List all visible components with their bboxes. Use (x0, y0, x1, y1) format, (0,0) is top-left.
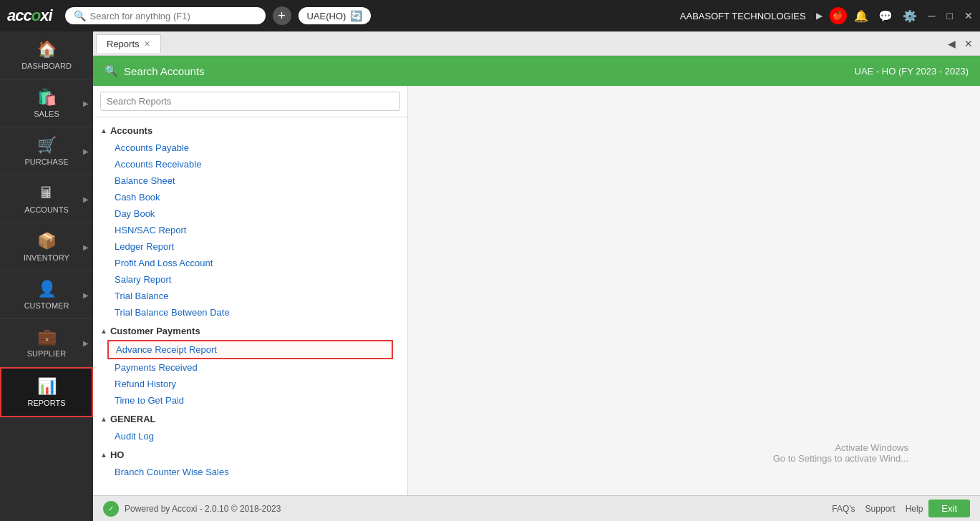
restore-button[interactable]: □ (947, 10, 953, 21)
sidebar-item-label: CUSTOMER (24, 301, 69, 310)
sidebar-item-label: REPORTS (28, 399, 66, 407)
caret-down-icon: ▲ (100, 451, 107, 459)
activate-line2: Go to Settings to activate Wind... (773, 453, 908, 464)
activate-line1: Activate Windows (773, 442, 908, 453)
company-name: AABASOFT TECHNOLOGIES (680, 11, 806, 21)
faqs-link[interactable]: FAQ's (832, 504, 855, 514)
reports-icon: 📊 (37, 377, 57, 396)
accounts-items: Accounts Payable Accounts Receivable Bal… (93, 140, 407, 321)
close-button[interactable]: ✕ (964, 10, 973, 21)
sidebar-item-label: PURCHASE (24, 157, 68, 166)
chevron-right-icon: ▶ (83, 339, 89, 347)
advance-receipt-report-item[interactable]: Advance Receipt Report (107, 340, 393, 359)
list-item[interactable]: Cash Book (107, 189, 407, 205)
list-item[interactable]: Day Book (107, 205, 407, 222)
logo: accoxi (7, 6, 52, 25)
reports-header-subtitle: UAE - HO (FY 2023 - 2023) (855, 66, 969, 77)
tab-close-icon[interactable]: ✕ (144, 39, 150, 49)
dashboard-icon: 🏠 (37, 40, 57, 59)
chat-icon[interactable]: 💬 (878, 9, 893, 23)
general-section-label: GENERAL (110, 414, 156, 424)
left-panel: ▲ Accounts Accounts Payable Accounts Rec… (93, 86, 408, 495)
company-arrow[interactable]: ▶ (816, 11, 823, 21)
sidebar-item-customer[interactable]: 👤 CUSTOMER ▶ (0, 271, 93, 319)
ho-items: Branch Counter Wise Sales (93, 464, 407, 480)
sales-icon: 🛍️ (37, 88, 57, 107)
chevron-right-icon: ▶ (83, 195, 89, 203)
tab-close-all-icon[interactable]: ✕ (960, 38, 977, 49)
sidebar-item-reports[interactable]: 📊 REPORTS (0, 367, 93, 417)
gear-icon[interactable]: ⚙️ (903, 9, 917, 23)
sidebar-item-accounts[interactable]: 🖩 ACCOUNTS ▶ (0, 175, 93, 223)
chevron-right-icon: ▶ (83, 147, 89, 155)
global-search-input[interactable] (90, 11, 233, 21)
general-items: Audit Log (93, 428, 407, 444)
accounts-section-header[interactable]: ▲ Accounts (93, 122, 407, 140)
ho-section-label: HO (110, 449, 125, 460)
reports-container: 🔍 Search Accounts UAE - HO (FY 2023 - 20… (93, 56, 980, 495)
topbar: accoxi 🔍 + UAE(HO) 🔄 AABASOFT TECHNOLOGI… (0, 0, 980, 31)
list-item[interactable]: Salary Report (107, 271, 407, 288)
list-item[interactable]: Time to Get Paid (107, 392, 407, 409)
nav-icons: 🔔 💬 ⚙️ ─ □ ✕ (854, 9, 973, 23)
accounts-icon: 🖩 (39, 184, 54, 203)
activate-windows-watermark: Activate Windows Go to Settings to activ… (773, 442, 908, 464)
caret-down-icon: ▲ (100, 127, 107, 135)
supplier-icon: 💼 (37, 328, 57, 346)
bottombar: ✓ Powered by Accoxi - 2.0.10 © 2018-2023… (93, 495, 980, 521)
sidebar-item-supplier[interactable]: 💼 SUPPLIER ▶ (0, 319, 93, 367)
global-search-bar[interactable]: 🔍 (65, 7, 266, 24)
customer-payments-items: Advance Receipt Report Payments Received… (93, 340, 407, 409)
sidebar: 🏠 DASHBOARD 🛍️ SALES ▶ 🛒 PURCHASE ▶ 🖩 AC… (0, 31, 93, 521)
tabbar: Reports ✕ ◀ ✕ (93, 31, 980, 56)
customer-payments-section-header[interactable]: ▲ Customer Payments (93, 322, 407, 340)
list-item[interactable]: Profit And Loss Account (107, 255, 407, 271)
tab-nav-left-icon[interactable]: ◀ (943, 38, 960, 49)
list-item[interactable]: Trial Balance (107, 288, 407, 304)
list-item[interactable]: Branch Counter Wise Sales (107, 464, 407, 480)
purchase-icon: 🛒 (37, 136, 57, 155)
list-item[interactable]: Accounts Payable (107, 140, 407, 156)
company-selector-text: UAE(HO) (307, 11, 346, 21)
exit-button[interactable]: Exit (928, 500, 970, 517)
customer-payments-section-label: Customer Payments (110, 326, 200, 336)
list-item[interactable]: Refund History (107, 376, 407, 392)
minimize-button[interactable]: ─ (928, 10, 936, 21)
company-selector[interactable]: UAE(HO) 🔄 (299, 7, 372, 24)
caret-down-icon: ▲ (100, 415, 107, 423)
list-item[interactable]: Accounts Receivable (107, 156, 407, 172)
caret-down-icon: ▲ (100, 327, 107, 335)
search-reports-container (93, 86, 407, 117)
sidebar-item-label: INVENTORY (24, 253, 69, 262)
list-item[interactable]: Payments Received (107, 359, 407, 376)
bottom-links: FAQ's Support Help (832, 504, 923, 514)
list-item[interactable]: Ledger Report (107, 238, 407, 255)
list-item[interactable]: Audit Log (107, 428, 407, 444)
reports-tab[interactable]: Reports ✕ (96, 34, 161, 53)
refresh-icon[interactable]: 🔄 (350, 10, 362, 21)
reports-header: 🔍 Search Accounts UAE - HO (FY 2023 - 20… (93, 56, 980, 86)
sidebar-item-sales[interactable]: 🛍️ SALES ▶ (0, 79, 93, 127)
help-link[interactable]: Help (906, 504, 923, 514)
sidebar-item-purchase[interactable]: 🛒 PURCHASE ▶ (0, 127, 93, 175)
sidebar-item-label: SUPPLIER (27, 349, 66, 358)
bell-icon[interactable]: 🔔 (854, 9, 868, 23)
list-item[interactable]: HSN/SAC Report (107, 222, 407, 238)
general-section-header[interactable]: ▲ GENERAL (93, 410, 407, 428)
tree-section-accounts: ▲ Accounts Accounts Payable Accounts Rec… (93, 122, 407, 321)
list-item[interactable]: Balance Sheet (107, 172, 407, 189)
search-reports-input[interactable] (100, 92, 400, 111)
reports-body: ▲ Accounts Accounts Payable Accounts Rec… (93, 86, 980, 495)
support-link[interactable]: Support (865, 504, 896, 514)
powered-text: Powered by Accoxi - 2.0.10 © 2018-2023 (125, 504, 281, 514)
sidebar-item-dashboard[interactable]: 🏠 DASHBOARD (0, 31, 93, 79)
list-item[interactable]: Trial Balance Between Date (107, 304, 407, 321)
user-avatar[interactable]: 🍎 (830, 7, 847, 24)
right-panel: Activate Windows Go to Settings to activ… (408, 86, 980, 495)
add-button[interactable]: + (273, 6, 291, 25)
sidebar-item-inventory[interactable]: 📦 INVENTORY ▶ (0, 223, 93, 271)
sidebar-item-label: SALES (34, 109, 59, 118)
customer-icon: 👤 (37, 280, 57, 298)
ho-section-header[interactable]: ▲ HO (93, 446, 407, 464)
sidebar-item-label: DASHBOARD (21, 62, 72, 70)
